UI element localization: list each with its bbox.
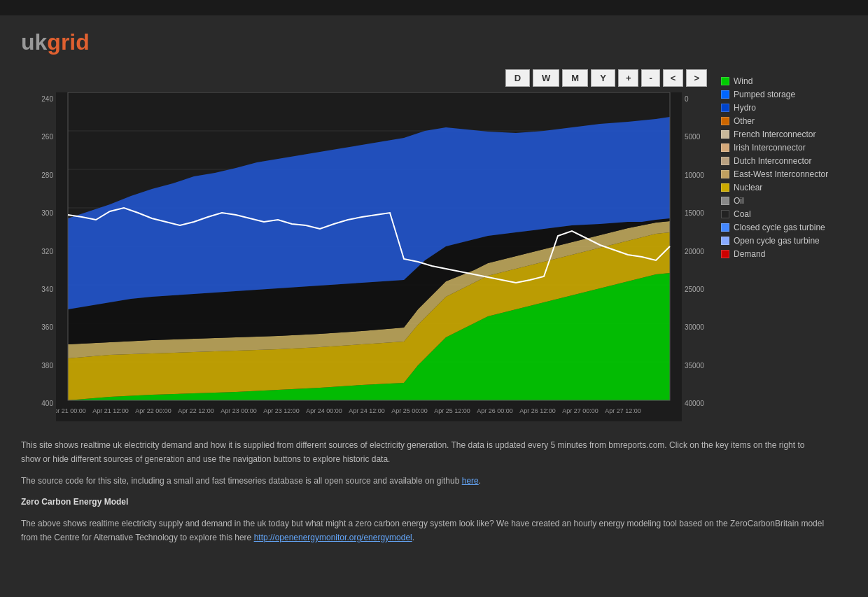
legend-item-nuclear[interactable]: Nuclear: [721, 183, 847, 192]
source-link[interactable]: here: [462, 476, 479, 486]
legend-item-demand[interactable]: Demand: [721, 249, 847, 259]
description-main: This site shows realtime uk electricity …: [21, 438, 826, 467]
legend-label-pumped-storage: Pumped storage: [734, 90, 795, 99]
svg-text:Apr 27 12:00: Apr 27 12:00: [605, 407, 641, 414]
legend-swatch-french-ic: [721, 130, 729, 139]
legend-label-hydro: Hydro: [734, 103, 756, 113]
svg-text:Apr 25 12:00: Apr 25 12:00: [434, 407, 470, 414]
description-zero-carbon: Zero Carbon Energy Model: [21, 495, 826, 509]
btn-month[interactable]: M: [562, 69, 588, 87]
legend-item-ocgt[interactable]: Open cycle gas turbine: [721, 236, 847, 246]
legend-item-east-west-ic[interactable]: East-West Interconnector: [721, 169, 847, 179]
btn-week[interactable]: W: [533, 69, 559, 87]
logo: ukgrid: [21, 29, 847, 55]
chart-wrapper: 400 380 360 340 320 300 280 260 240: [21, 92, 707, 421]
legend-label-irish-ic: Irish Interconnector: [734, 143, 806, 153]
svg-text:Apr 26 12:00: Apr 26 12:00: [519, 407, 556, 414]
legend-item-ccgt[interactable]: Closed cycle gas turbine: [721, 223, 847, 232]
legend-item-wind[interactable]: Wind: [721, 76, 847, 86]
description-source: The source code for this site, including…: [21, 474, 826, 488]
svg-text:Apr 24 12:00: Apr 24 12:00: [349, 407, 385, 414]
legend-label-other: Other: [734, 116, 755, 126]
legend-swatch-dutch-ic: [721, 157, 729, 165]
btn-next[interactable]: >: [686, 69, 707, 87]
legend-swatch-wind: [721, 77, 729, 85]
legend-item-other[interactable]: Other: [721, 116, 847, 126]
logo-uk: uk: [21, 29, 47, 55]
svg-text:Apr 23 00:00: Apr 23 00:00: [220, 407, 257, 414]
legend: WindPumped storageHydroOtherFrench Inter…: [721, 69, 847, 262]
legend-swatch-ocgt: [721, 237, 729, 245]
legend-item-dutch-ic[interactable]: Dutch Interconnector: [721, 156, 847, 166]
logo-grid: grid: [47, 29, 89, 55]
svg-text:Apr 21 00:00: Apr 21 00:00: [56, 407, 86, 414]
legend-item-hydro[interactable]: Hydro: [721, 103, 847, 113]
legend-swatch-pumped-storage: [721, 90, 729, 99]
svg-text:Apr 21 12:00: Apr 21 12:00: [92, 407, 129, 414]
legend-swatch-hydro: [721, 104, 729, 112]
btn-zoom-in[interactable]: +: [618, 69, 639, 87]
legend-item-french-ic[interactable]: French Interconnector: [721, 129, 847, 139]
legend-label-dutch-ic: Dutch Interconnector: [734, 156, 811, 166]
legend-label-french-ic: French Interconnector: [734, 129, 816, 139]
svg-text:Apr 23 12:00: Apr 23 12:00: [263, 407, 300, 414]
chart-section: D W M Y + - < > 400 380 360 340 320 300 …: [21, 69, 847, 421]
legend-label-demand: Demand: [734, 249, 765, 259]
svg-text:Apr 27 00:00: Apr 27 00:00: [562, 407, 598, 414]
btn-day[interactable]: D: [505, 69, 530, 87]
legend-swatch-other: [721, 117, 729, 125]
legend-swatch-ccgt: [721, 223, 729, 232]
legend-item-coal[interactable]: Coal: [721, 209, 847, 219]
svg-text:Apr 22 12:00: Apr 22 12:00: [178, 407, 214, 414]
description-zero-carbon-text: The above shows realtime electricity sup…: [21, 517, 826, 545]
chart-container: D W M Y + - < > 400 380 360 340 320 300 …: [21, 69, 707, 421]
y-axis-left: 400 380 360 340 320 300 280 260 240: [21, 92, 56, 421]
svg-text:Apr 26 00:00: Apr 26 00:00: [477, 407, 513, 414]
legend-item-oil[interactable]: Oil: [721, 196, 847, 206]
legend-swatch-east-west-ic: [721, 170, 729, 178]
controls: D W M Y + - < >: [21, 69, 707, 87]
btn-zoom-out[interactable]: -: [641, 69, 659, 87]
legend-label-oil: Oil: [734, 196, 744, 206]
btn-year[interactable]: Y: [591, 69, 615, 87]
chart-svg: Apr 21 00:00 Apr 21 12:00 Apr 22 00:00 A…: [56, 92, 682, 421]
legend-label-east-west-ic: East-West Interconnector: [734, 169, 828, 179]
y-axis-right: 40000 35000 30000 25000 20000 15000 1000…: [682, 92, 707, 421]
legend-swatch-oil: [721, 197, 729, 205]
legend-label-wind: Wind: [734, 76, 752, 86]
legend-label-nuclear: Nuclear: [734, 183, 762, 192]
legend-swatch-nuclear: [721, 183, 729, 192]
legend-label-coal: Coal: [734, 209, 751, 219]
legend-label-ccgt: Closed cycle gas turbine: [734, 223, 825, 232]
svg-text:Apr 22 00:00: Apr 22 00:00: [135, 407, 172, 414]
legend-item-irish-ic[interactable]: Irish Interconnector: [721, 143, 847, 153]
btn-prev[interactable]: <: [663, 69, 684, 87]
legend-swatch-demand: [721, 250, 729, 258]
legend-item-pumped-storage[interactable]: Pumped storage: [721, 90, 847, 99]
svg-text:Apr 24 00:00: Apr 24 00:00: [306, 407, 342, 414]
legend-label-ocgt: Open cycle gas turbine: [734, 236, 820, 246]
svg-text:Apr 25 00:00: Apr 25 00:00: [391, 407, 428, 414]
top-bar: [0, 0, 868, 15]
legend-swatch-irish-ic: [721, 143, 729, 152]
description: This site shows realtime uk electricity …: [21, 438, 826, 545]
legend-swatch-coal: [721, 210, 729, 218]
zero-carbon-link[interactable]: http://openenergymonitor.org/energymodel: [254, 533, 412, 542]
